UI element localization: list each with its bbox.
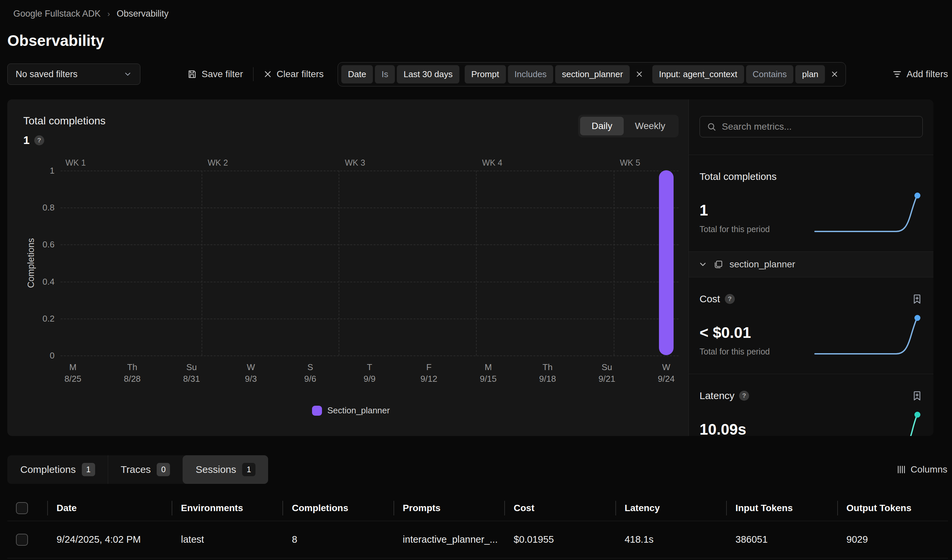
help-icon[interactable]: ? <box>34 135 44 145</box>
add-filters-label: Add filters <box>907 69 948 79</box>
chart-gridline <box>60 171 678 171</box>
observability-page: Google Fullstack ADK › Observability Obs… <box>0 0 952 560</box>
column-header-environments: Environments <box>172 495 283 521</box>
saved-filters-select[interactable]: No saved filters <box>7 63 141 85</box>
bookmark-metric-button[interactable] <box>912 390 923 401</box>
row-checkbox[interactable] <box>16 534 28 546</box>
metric-card-latency: Latency ? 10.09s Avg for this period <box>689 374 933 436</box>
chip-value[interactable]: Last 30 days <box>397 65 459 83</box>
filter-chip: Input: agent_contextContainsplan <box>652 65 842 83</box>
chart-gridline <box>60 319 678 319</box>
chart-gridline <box>60 244 678 245</box>
week-label: WK 3 <box>345 158 365 168</box>
column-header-latency: Latency <box>615 495 726 521</box>
save-filter-label: Save filter <box>202 69 243 79</box>
chip-operator[interactable]: Includes <box>508 65 553 83</box>
chart-gridline <box>60 208 678 208</box>
search-icon <box>706 122 717 132</box>
tab-label: Traces <box>121 464 151 475</box>
chevron-down-icon <box>698 260 708 269</box>
x-axis-label: W9/24 <box>658 361 675 385</box>
columns-button[interactable]: Columns <box>896 464 947 475</box>
chip-field[interactable]: Date <box>341 65 373 83</box>
filter-actions-divider <box>253 67 253 81</box>
breadcrumb-current[interactable]: Observability <box>117 9 168 19</box>
daily-weekly-toggle: DailyWeekly <box>578 115 678 137</box>
chart-gridline <box>60 282 678 282</box>
x-axis-label: T9/9 <box>363 361 376 385</box>
tab-traces[interactable]: Traces0 <box>108 455 183 484</box>
legend-swatch <box>312 406 322 416</box>
chip-field[interactable]: Input: agent_context <box>652 65 744 83</box>
cell-cost: $0.01955 <box>504 521 615 558</box>
chip-value[interactable]: plan <box>795 65 825 83</box>
column-header-completions: Completions <box>283 495 393 521</box>
table-row[interactable]: 9/24/2025, 4:02 PMlatest8interactive_pla… <box>7 521 948 558</box>
week-gridline <box>476 171 477 355</box>
tab-label: Completions <box>20 464 76 475</box>
tab-count-badge: 1 <box>242 463 255 476</box>
week-label: WK 1 <box>65 158 86 168</box>
y-tick-label: 0.6 <box>43 239 54 250</box>
row-checkbox-cell <box>7 521 47 558</box>
add-filters-button[interactable]: Add filters <box>892 69 948 79</box>
chip-operator[interactable]: Is <box>375 65 395 83</box>
cell-completions: 8 <box>283 521 393 558</box>
tab-sessions[interactable]: Sessions1 <box>182 455 268 484</box>
sessions-table: DateEnvironmentsCompletionsPromptsCostLa… <box>7 495 948 558</box>
clear-x-icon <box>263 70 272 79</box>
metric-card-cost: Cost ? < $0.01 Total for this period <box>689 277 933 374</box>
prompt-group-row[interactable]: section_planner <box>689 251 933 277</box>
chip-remove-button[interactable] <box>632 67 647 81</box>
metric-value: < $0.01 <box>700 324 770 341</box>
remove-chip-x-icon <box>830 70 839 79</box>
save-icon <box>187 69 197 79</box>
chip-field[interactable]: Prompt <box>465 65 506 83</box>
help-icon[interactable]: ? <box>725 294 735 304</box>
metric-title: Latency <box>700 390 734 401</box>
help-icon[interactable]: ? <box>739 391 749 401</box>
search-metrics-input[interactable] <box>722 121 916 132</box>
chart-total-value: 1 <box>23 134 29 147</box>
columns-icon <box>896 464 906 475</box>
chart-section: Total completions 1 ? DailyWeekly Comple… <box>7 99 689 436</box>
week-label: WK 4 <box>482 158 502 168</box>
toggle-option-daily[interactable]: Daily <box>580 117 623 135</box>
chip-operator[interactable]: Contains <box>746 65 794 83</box>
y-tick-label: 0 <box>50 350 54 361</box>
cell-date: 9/24/2025, 4:02 PM <box>47 521 172 558</box>
chip-remove-button[interactable] <box>827 67 842 81</box>
y-axis-title: Completions <box>23 171 39 355</box>
tabs-group: Completions1Traces0Sessions1 <box>7 455 268 484</box>
search-metrics-box[interactable] <box>700 116 923 137</box>
bookmark-metric-button[interactable] <box>912 293 923 305</box>
chart-plot: 10.80.60.40.20WK 1WK 2WK 3WK 4WK 5M8/25T… <box>60 171 678 355</box>
table-body: 9/24/2025, 4:02 PMlatest8interactive_pla… <box>7 521 948 558</box>
select-all-checkbox[interactable] <box>16 502 28 514</box>
save-filter-button[interactable]: Save filter <box>187 69 243 79</box>
week-gridline <box>614 171 614 355</box>
column-header-prompts: Prompts <box>394 495 504 521</box>
filter-bar: No saved filters Save filter Clear filte… <box>7 63 948 85</box>
breadcrumb: Google Fullstack ADK › Observability <box>13 9 952 19</box>
y-tick-label: 0.4 <box>43 276 54 287</box>
toggle-option-weekly[interactable]: Weekly <box>624 117 677 135</box>
sparkline-chart <box>813 191 923 234</box>
week-gridline <box>202 171 202 355</box>
clear-filters-button[interactable]: Clear filters <box>263 69 324 79</box>
tab-completions[interactable]: Completions1 <box>7 455 108 484</box>
filter-chips: DateIsLast 30 daysPromptIncludessection_… <box>338 62 846 86</box>
x-axis-label: W9/3 <box>245 361 257 385</box>
metric-title: Total completions <box>700 171 777 182</box>
x-axis-label: S9/6 <box>304 361 316 385</box>
breadcrumb-project[interactable]: Google Fullstack ADK <box>13 9 101 19</box>
cell-latency: 418.1s <box>615 521 726 558</box>
metric-subtitle: Total for this period <box>700 224 770 234</box>
x-axis-label: Th8/28 <box>124 361 141 385</box>
chart-bar[interactable] <box>659 170 674 355</box>
chip-value[interactable]: section_planner <box>555 65 630 83</box>
week-gridline <box>338 171 339 355</box>
filter-chip: PromptIncludessection_planner <box>465 65 647 83</box>
sparkline-chart <box>813 410 923 436</box>
remove-chip-x-icon <box>635 70 644 79</box>
